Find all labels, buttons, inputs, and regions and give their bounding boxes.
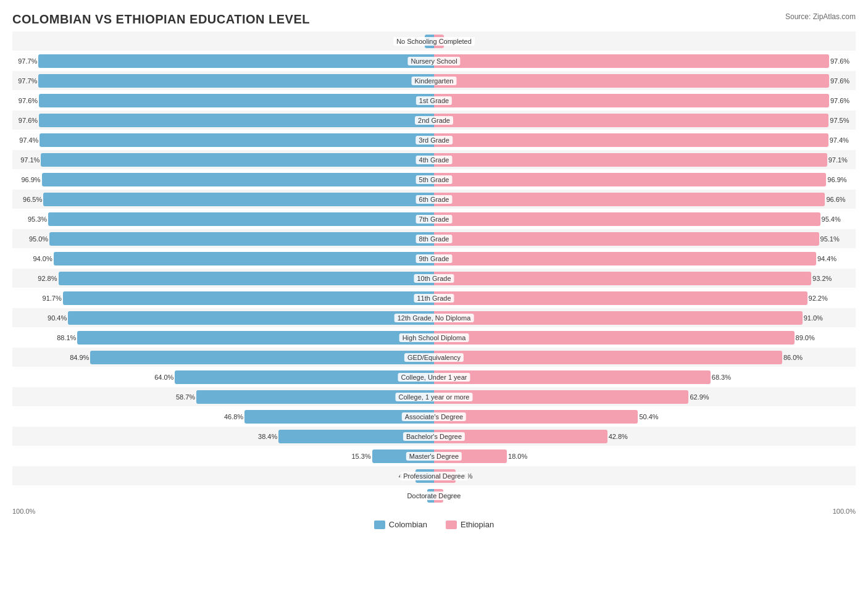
value-ethiopian: 94.4% [817, 255, 837, 262]
legend-colombian: Colombian [374, 520, 427, 529]
table-row: Kindergarten97.7%97.6% [12, 71, 856, 90]
value-ethiopian: 95.1% [820, 235, 840, 243]
rows-wrapper: No Schooling Completed2.3%2.4%Nursery Sc… [12, 31, 856, 505]
value-colombian: 58.7% [176, 393, 195, 401]
bar-ethiopian [434, 430, 607, 443]
bar-ethiopian [434, 331, 795, 345]
table-row: 4th Grade97.1%97.1% [12, 150, 856, 169]
bar-colombian [278, 430, 434, 443]
colombian-color-swatch [374, 520, 385, 529]
bar-ethiopian [434, 193, 825, 206]
bar-ethiopian [434, 351, 782, 364]
value-ethiopian: 50.4% [639, 413, 658, 420]
source-text: Source: ZipAtlas.com [785, 12, 856, 21]
bar-ethiopian [434, 173, 826, 186]
bar-colombian [372, 449, 434, 463]
bar-colombian [196, 390, 434, 404]
table-row: 3rd Grade97.4%97.4% [12, 130, 856, 149]
axis-right: 100.0% [833, 508, 856, 515]
bar-colombian [63, 291, 434, 305]
legend-colombian-label: Colombian [389, 520, 427, 529]
value-colombian: 90.4% [48, 314, 67, 322]
table-row: Doctorate Degree1.7%2.3% [12, 486, 856, 505]
bar-colombian [39, 114, 434, 127]
value-colombian: 92.8% [38, 275, 57, 282]
value-ethiopian: 92.2% [809, 295, 828, 302]
value-colombian: 97.7% [18, 57, 37, 65]
bar-ethiopian [434, 114, 828, 127]
bar-ethiopian [434, 311, 803, 325]
bar-colombian [175, 370, 434, 384]
table-row: 1st Grade97.6%97.6% [12, 91, 856, 110]
bar-colombian [425, 35, 434, 48]
value-colombian: 97.6% [19, 97, 38, 104]
table-row: Bachelor's Degree38.4%42.8% [12, 427, 856, 446]
value-ethiopian: 97.4% [830, 136, 849, 144]
table-row: Associate's Degree46.8%50.4% [12, 407, 856, 426]
bar-colombian [90, 351, 434, 364]
value-ethiopian: 97.1% [828, 156, 848, 164]
table-row: Nursery School97.7%97.6% [12, 51, 856, 70]
chart-container: COLOMBIAN VS ETHIOPIAN EDUCATION LEVEL S… [12, 12, 856, 529]
legend: Colombian Ethiopian [12, 520, 856, 529]
bar-ethiopian [434, 370, 711, 384]
bar-colombian [77, 331, 434, 345]
value-colombian: 95.3% [28, 215, 47, 223]
table-row: GED/Equivalency84.9%86.0% [12, 348, 856, 367]
table-row: 2nd Grade97.6%97.5% [12, 111, 856, 130]
table-row: College, Under 1 year64.0%68.3% [12, 367, 856, 387]
value-colombian: 95.0% [29, 235, 48, 243]
table-row: Professional Degree4.6%5.4% [12, 466, 856, 485]
table-row: 5th Grade96.9%96.9% [12, 170, 856, 189]
bar-colombian [68, 311, 434, 325]
value-ethiopian: 2.3% [444, 492, 460, 500]
value-colombian: 64.0% [154, 374, 173, 381]
table-row: 10th Grade92.8%93.2% [12, 269, 856, 288]
bar-ethiopian [434, 252, 816, 265]
value-colombian: 97.4% [19, 136, 38, 144]
bar-colombian [54, 252, 434, 265]
chart-title: COLOMBIAN VS ETHIOPIAN EDUCATION LEVEL [12, 12, 856, 27]
value-colombian: 94.0% [33, 255, 52, 262]
table-row: 6th Grade96.5%96.6% [12, 190, 856, 209]
table-row: College, 1 year or more58.7%62.9% [12, 387, 856, 406]
ethiopian-color-swatch [446, 520, 457, 529]
value-ethiopian: 96.9% [827, 176, 846, 183]
value-ethiopian: 62.9% [690, 393, 709, 401]
table-row: No Schooling Completed2.3%2.4% [12, 31, 856, 51]
value-ethiopian: 97.6% [830, 57, 849, 65]
value-colombian: 15.3% [351, 453, 370, 460]
axis-left: 100.0% [12, 508, 35, 515]
bar-colombian [48, 212, 434, 226]
value-ethiopian: 95.4% [822, 215, 841, 223]
value-colombian: 1.7% [411, 492, 426, 500]
value-ethiopian: 18.0% [508, 453, 527, 460]
value-colombian: 2.3% [408, 38, 424, 45]
value-colombian: 4.6% [399, 472, 414, 480]
value-ethiopian: 42.8% [609, 433, 628, 440]
bar-colombian [41, 153, 434, 167]
bar-colombian [244, 410, 434, 424]
value-colombian: 96.9% [21, 176, 40, 183]
bar-ethiopian [434, 449, 507, 463]
value-ethiopian: 86.0% [783, 354, 803, 361]
value-colombian: 97.7% [18, 77, 37, 85]
value-ethiopian: 2.4% [445, 38, 461, 45]
bar-ethiopian [434, 153, 827, 167]
bar-colombian [38, 54, 434, 68]
bar-ethiopian [434, 74, 829, 88]
value-ethiopian: 68.3% [712, 374, 731, 381]
value-colombian: 97.1% [20, 156, 40, 164]
bar-colombian [40, 133, 434, 147]
bar-ethiopian [434, 232, 819, 246]
value-ethiopian: 97.6% [830, 97, 849, 104]
table-row: Master's Degree15.3%18.0% [12, 446, 856, 466]
bar-ethiopian [434, 489, 443, 503]
value-ethiopian: 5.4% [457, 472, 472, 480]
value-ethiopian: 93.2% [812, 275, 832, 282]
value-ethiopian: 96.6% [826, 196, 845, 203]
legend-ethiopian: Ethiopian [446, 520, 494, 529]
bar-colombian [427, 489, 434, 503]
value-ethiopian: 91.0% [804, 314, 823, 322]
bar-colombian [42, 173, 434, 186]
